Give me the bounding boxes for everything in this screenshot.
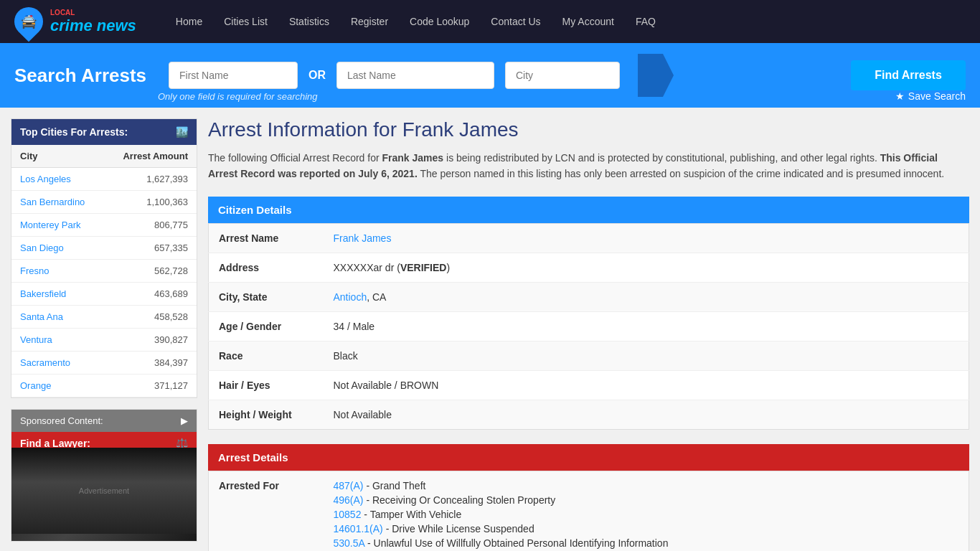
charge-code[interactable]: 530.5A bbox=[334, 537, 365, 549]
charge-code[interactable]: 14601.1(A) bbox=[334, 523, 383, 534]
city-name: Orange bbox=[11, 375, 104, 397]
city-link[interactable]: Bakersfield bbox=[20, 288, 66, 299]
last-name-input[interactable] bbox=[336, 62, 494, 89]
city-amount: 657,335 bbox=[104, 237, 197, 260]
arrest-name-link[interactable]: Frank James bbox=[334, 232, 392, 244]
height-weight-value: Not Available bbox=[324, 400, 969, 429]
city-amount: 384,397 bbox=[104, 352, 197, 375]
or-separator: OR bbox=[308, 69, 326, 82]
intro-name: Frank James bbox=[382, 152, 444, 164]
play-icon[interactable]: ▶ bbox=[181, 415, 188, 426]
table-row: Arrest Name Frank James bbox=[209, 223, 969, 253]
charge-item: 487(A) - Grand Theft bbox=[334, 480, 959, 491]
find-arrests-button[interactable]: Find Arrests bbox=[851, 60, 966, 90]
city-amount: 390,827 bbox=[104, 329, 197, 352]
charge-desc: - Drive While License Suspended bbox=[386, 523, 534, 534]
nav-faq[interactable]: FAQ bbox=[625, 0, 666, 43]
city-amount: 463,689 bbox=[104, 283, 197, 306]
first-name-input[interactable] bbox=[169, 62, 298, 89]
city-name: San Bernardino bbox=[11, 191, 104, 214]
nav-links: Home Cities List Statistics Register Cod… bbox=[165, 0, 666, 43]
charge-code[interactable]: 10852 bbox=[334, 509, 362, 520]
nav-contact-us[interactable]: Contact Us bbox=[480, 0, 551, 43]
arrest-details-table: Arrested For 487(A) - Grand Theft496(A) … bbox=[208, 471, 969, 551]
cities-table: City Arrest Amount Los Angeles 1,627,393… bbox=[11, 145, 197, 397]
star-icon: ★ bbox=[895, 90, 905, 102]
charge-code[interactable]: 496(A) bbox=[334, 494, 364, 506]
top-cities-header: Top Cities For Arrests: 🏙️ bbox=[11, 119, 197, 145]
arrested-for-charges: 487(A) - Grand Theft496(A) - Receiving O… bbox=[324, 471, 969, 551]
city-amount: 562,728 bbox=[104, 260, 197, 283]
table-row: San Diego 657,335 bbox=[11, 237, 197, 260]
city-name: Los Angeles bbox=[11, 168, 104, 191]
sponsored-header: Sponsored Content: ▶ bbox=[11, 410, 197, 432]
intro-date: This Official Arrest Record was reported… bbox=[208, 152, 938, 179]
lawyer-image: Advertisement bbox=[11, 455, 197, 541]
city-name: Sacramento bbox=[11, 352, 104, 375]
citizen-details-table: Arrest Name Frank James Address XXXXXXar… bbox=[208, 223, 969, 430]
city-amount: 458,528 bbox=[104, 306, 197, 329]
city-link[interactable]: Ventura bbox=[20, 334, 52, 345]
height-weight-label: Height / Weight bbox=[209, 400, 324, 429]
col-amount: Arrest Amount bbox=[104, 145, 197, 168]
arrest-name-value: Frank James bbox=[324, 223, 969, 253]
table-row: San Bernardino 1,100,363 bbox=[11, 191, 197, 214]
table-row: City, State Antioch, CA bbox=[209, 282, 969, 311]
table-row: Los Angeles 1,627,393 bbox=[11, 168, 197, 191]
city-link[interactable]: Orange bbox=[20, 380, 51, 391]
nav-code-lookup[interactable]: Code Lookup bbox=[399, 0, 480, 43]
nav-register[interactable]: Register bbox=[340, 0, 399, 43]
charge-desc: - Unlawful Use of Willfully Obtained Per… bbox=[367, 537, 668, 549]
city-link[interactable]: Santa Ana bbox=[20, 311, 63, 322]
charge-desc: - Receiving Or Concealing Stolen Propert… bbox=[366, 494, 555, 506]
nav-home[interactable]: Home bbox=[165, 0, 213, 43]
city-link[interactable]: San Diego bbox=[20, 242, 64, 253]
table-row: Monterey Park 806,775 bbox=[11, 214, 197, 237]
race-label: Race bbox=[209, 341, 324, 370]
charge-code[interactable]: 487(A) bbox=[334, 480, 364, 491]
city-link[interactable]: Sacramento bbox=[20, 357, 70, 368]
table-row: Arrested For 487(A) - Grand Theft496(A) … bbox=[209, 471, 969, 551]
top-cities-section: Top Cities For Arrests: 🏙️ City Arrest A… bbox=[11, 118, 197, 398]
city-link[interactable]: Monterey Park bbox=[20, 220, 81, 230]
charge-item: 530.5A - Unlawful Use of Willfully Obtai… bbox=[334, 537, 959, 549]
save-search-button[interactable]: ★ Save Search bbox=[895, 90, 966, 102]
age-gender-value: 34 / Male bbox=[324, 311, 969, 341]
charge-desc: - Tamper With Vehicle bbox=[364, 509, 461, 520]
arrow-decoration bbox=[638, 54, 674, 97]
city-amount: 371,127 bbox=[104, 375, 197, 397]
city-link[interactable]: Fresno bbox=[20, 265, 49, 276]
sidebar: Top Cities For Arrests: 🏙️ City Arrest A… bbox=[11, 118, 197, 551]
city-state-rest: , CA bbox=[367, 291, 386, 303]
logo-local-text: LOCAL bbox=[50, 9, 136, 17]
city-state-link[interactable]: Antioch bbox=[334, 291, 367, 303]
logo[interactable]: LOCAL crime news bbox=[14, 7, 136, 36]
table-row: Age / Gender 34 / Male bbox=[209, 311, 969, 341]
search-hint: Only one field is required for searching bbox=[158, 91, 318, 102]
search-bar: Search Arrests OR Only one field is requ… bbox=[0, 43, 980, 108]
city-name: Santa Ana bbox=[11, 306, 104, 329]
city-link[interactable]: San Bernardino bbox=[20, 197, 85, 207]
city-state-value: Antioch, CA bbox=[324, 282, 969, 311]
search-title: Search Arrests bbox=[14, 65, 158, 87]
city-amount: 1,100,363 bbox=[104, 191, 197, 214]
city-amount: 1,627,393 bbox=[104, 168, 197, 191]
verified-badge: VERIFIED bbox=[400, 262, 447, 273]
nav-cities-list[interactable]: Cities List bbox=[213, 0, 278, 43]
hair-eyes-value: Not Available / BROWN bbox=[324, 370, 969, 400]
city-name: San Diego bbox=[11, 237, 104, 260]
city-input[interactable] bbox=[505, 62, 620, 89]
table-row: Height / Weight Not Available bbox=[209, 400, 969, 429]
logo-icon bbox=[9, 1, 50, 42]
charge-item: 496(A) - Receiving Or Concealing Stolen … bbox=[334, 494, 959, 506]
city-name: Monterey Park bbox=[11, 214, 104, 237]
city-link[interactable]: Los Angeles bbox=[20, 174, 71, 184]
nav-statistics[interactable]: Statistics bbox=[278, 0, 340, 43]
sponsored-section: Sponsored Content: ▶ Find a Lawyer: ⚖️ A… bbox=[11, 409, 197, 542]
city-name: Bakersfield bbox=[11, 283, 104, 306]
arrest-title: Arrest Information for Frank James bbox=[208, 118, 969, 141]
nav-my-account[interactable]: My Account bbox=[552, 0, 625, 43]
race-value: Black bbox=[324, 341, 969, 370]
table-row: Hair / Eyes Not Available / BROWN bbox=[209, 370, 969, 400]
table-row: Bakersfield 463,689 bbox=[11, 283, 197, 306]
